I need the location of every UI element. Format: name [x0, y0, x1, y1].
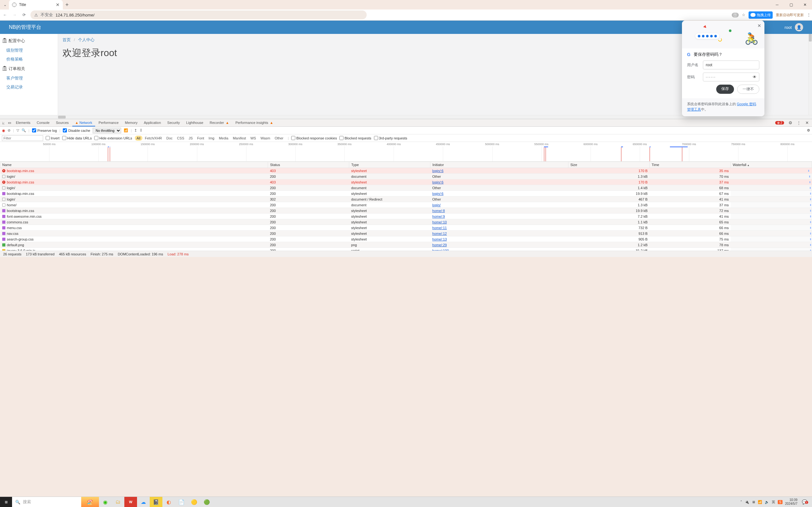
table-row[interactable]: jquery-3.6.0.min.js200scripthome/:10031.…: [0, 248, 812, 251]
network-settings-icon[interactable]: ⚙: [807, 128, 810, 132]
tray-wifi-icon[interactable]: 📶: [758, 500, 762, 504]
table-row[interactable]: font-awesome.min.css200stylesheethome/:9…: [0, 214, 812, 219]
table-row[interactable]: nav.css200stylesheethome/:12913 B66 ms: [0, 231, 812, 236]
reveal-password-icon[interactable]: 👁: [753, 75, 757, 79]
sidebar-item-customer[interactable]: 客户管理: [0, 74, 58, 83]
tab-list-dropdown[interactable]: ⌄: [1, 3, 9, 7]
password-field[interactable]: ······ 👁: [703, 72, 759, 81]
taskbar-app-todesk[interactable]: ◐: [162, 497, 175, 507]
blocked-requests-checkbox[interactable]: Blocked requests: [339, 136, 371, 140]
download-har-icon[interactable]: ↧: [140, 128, 142, 132]
taskbar-app-baidu[interactable]: ☁: [137, 497, 150, 507]
filter-type-font[interactable]: Font: [195, 135, 206, 141]
filter-type-media[interactable]: Media: [217, 135, 230, 141]
col-time[interactable]: Time: [650, 162, 731, 168]
disable-cache-checkbox[interactable]: Disable cache: [63, 128, 90, 132]
network-timeline[interactable]: 50000 ms100000 ms150000 ms200000 ms25000…: [0, 142, 812, 162]
devtools-settings-icon[interactable]: ⚙: [786, 120, 794, 125]
save-button[interactable]: 保存: [716, 84, 734, 94]
start-button[interactable]: ⊞: [0, 497, 12, 507]
filter-type-img[interactable]: Img: [207, 135, 216, 141]
throttling-select[interactable]: No throttling: [93, 128, 121, 133]
table-row[interactable]: search-group.css200stylesheethome/:13905…: [0, 236, 812, 242]
filter-type-other[interactable]: Other: [273, 135, 286, 141]
devtools-menu-icon[interactable]: ⋮: [795, 120, 803, 125]
tray-monitor-icon[interactable]: 🖥: [752, 500, 755, 504]
blocked-cookies-checkbox[interactable]: Blocked response cookies: [291, 136, 337, 140]
col-size[interactable]: Size: [568, 162, 650, 168]
hide-data-urls-checkbox[interactable]: Hide data URLs: [62, 136, 92, 140]
cloud-upload-button[interactable]: 拖拽上传: [749, 11, 773, 19]
col-name[interactable]: Name: [0, 162, 268, 168]
tab-lighthouse[interactable]: Lighthouse: [183, 119, 206, 126]
wifi-icon[interactable]: 📶: [124, 128, 128, 132]
tray-power-icon[interactable]: 🔌: [745, 500, 749, 504]
table-row[interactable]: login/302document / RedirectOther467 B41…: [0, 196, 812, 202]
popup-close-icon[interactable]: ✕: [757, 23, 761, 28]
filter-type-manifest[interactable]: Manifest: [231, 135, 248, 141]
tab-console[interactable]: Console: [34, 119, 52, 126]
filter-type-fetchxhr[interactable]: Fetch/XHR: [143, 135, 164, 141]
taskbar-app-wps[interactable]: W: [124, 497, 137, 507]
sidebar-item-price[interactable]: 价格策略: [0, 55, 58, 64]
tab-security[interactable]: Security: [164, 119, 183, 126]
filter-type-doc[interactable]: Doc: [165, 135, 175, 141]
inspect-element-icon[interactable]: ⟀: [1, 121, 6, 125]
error-count-badge[interactable]: ⊗ 2: [775, 121, 784, 124]
network-filter-input[interactable]: [2, 135, 43, 141]
update-hint[interactable]: 重新启动即可更新: [776, 13, 804, 17]
sidebar-item-transaction[interactable]: 交易记录: [0, 83, 58, 92]
upload-har-icon[interactable]: ↥: [134, 128, 137, 132]
taskbar-app-widget[interactable]: 🏖️: [81, 497, 99, 507]
table-row[interactable]: default.png200pnghome/:291.2 kB78 ms: [0, 242, 812, 248]
bookmark-icon[interactable]: ☆: [742, 13, 745, 17]
username-field[interactable]: root: [703, 60, 759, 69]
window-minimize[interactable]: ─: [770, 0, 784, 9]
tray-chevron-up-icon[interactable]: ˄: [740, 500, 742, 504]
filter-type-js[interactable]: JS: [187, 135, 195, 141]
tab-close-icon[interactable]: ✕: [56, 2, 60, 7]
never-button[interactable]: 一律不: [737, 84, 759, 94]
devtools-close-icon[interactable]: ✕: [803, 120, 811, 125]
browser-tab[interactable]: Title ✕: [9, 0, 63, 9]
taskbar-app-chrome2[interactable]: 🟢: [200, 497, 213, 507]
hide-ext-urls-checkbox[interactable]: Hide extension URLs: [94, 136, 132, 140]
password-key-icon[interactable]: ⚿: [732, 13, 739, 17]
tab-recorder[interactable]: Recorder ▲: [207, 119, 232, 126]
table-row[interactable]: login/200documentOther1.3 kB70 ms: [0, 174, 812, 179]
nav-reload-icon[interactable]: ⟳: [21, 13, 27, 17]
taskbar-app-notepad[interactable]: 📓: [150, 497, 162, 507]
table-row[interactable]: menu.css200stylesheethome/:11732 B66 ms: [0, 225, 812, 231]
taskbar-app-wechat[interactable]: ◉: [99, 497, 112, 507]
col-initiator[interactable]: Initiator: [430, 162, 568, 168]
col-status[interactable]: Status: [268, 162, 349, 168]
taskbar-app-chrome[interactable]: 🟡: [188, 497, 200, 507]
table-row[interactable]: bootstrap.min.css200stylesheethome/:819.…: [0, 208, 812, 214]
table-row[interactable]: commons.css200stylesheethome/:101.1 kB65…: [0, 219, 812, 225]
table-row[interactable]: login/200documentOther1.4 kB68 ms: [0, 185, 812, 191]
window-maximize[interactable]: ▢: [784, 0, 798, 9]
url-bar[interactable]: ⚠ 不安全 124.71.86.250/home/: [31, 10, 367, 19]
window-close[interactable]: ✕: [798, 0, 812, 9]
tray-notifications-icon[interactable]: 💬1: [800, 499, 809, 504]
tray-ime-lang[interactable]: 英: [772, 500, 775, 504]
filter-type-all[interactable]: All: [135, 135, 142, 141]
search-icon[interactable]: 🔍: [21, 128, 26, 132]
tab-performance[interactable]: Performance: [96, 119, 121, 126]
table-row[interactable]: bootstrap.min.css200stylesheetlogin/:619…: [0, 191, 812, 196]
sidebar-item-level[interactable]: 级别管理: [0, 46, 58, 55]
filter-type-wasm[interactable]: Wasm: [258, 135, 272, 141]
tab-sources[interactable]: Sources: [53, 119, 71, 126]
chrome-menu-icon[interactable]: ⋮: [807, 13, 810, 17]
tray-clock[interactable]: 10:39 2024/5/7: [785, 498, 798, 506]
table-row[interactable]: home/200documentlogin/1.3 kB37 ms: [0, 202, 812, 208]
filter-type-ws[interactable]: WS: [248, 135, 258, 141]
tray-volume-icon[interactable]: 🔈: [765, 500, 769, 504]
new-tab-button[interactable]: +: [65, 2, 69, 8]
invert-checkbox[interactable]: Invert: [46, 136, 60, 140]
filter-type-css[interactable]: CSS: [175, 135, 186, 141]
device-toolbar-icon[interactable]: ▭: [7, 121, 12, 125]
taskbar-search[interactable]: 🔍 搜索: [12, 497, 81, 507]
app-vscrollbar[interactable]: [808, 34, 812, 115]
clear-icon[interactable]: ⊘: [8, 128, 10, 132]
